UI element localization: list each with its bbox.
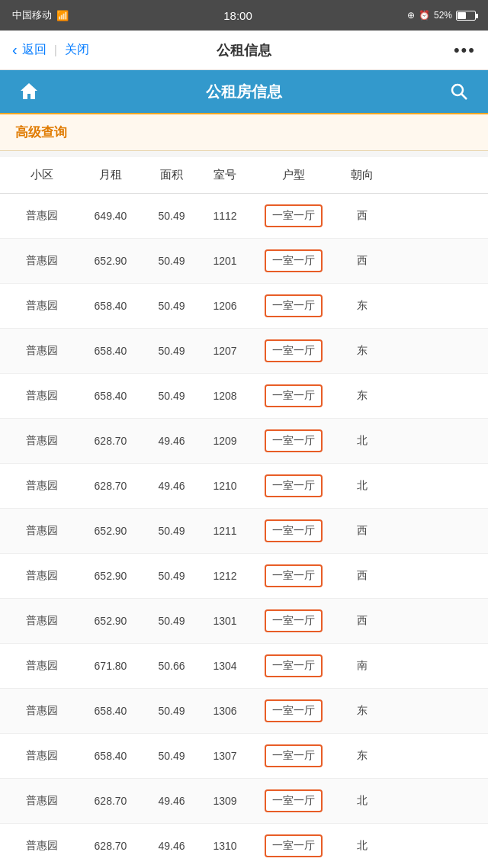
table-cell[interactable]: 一室一厅 [252, 294, 336, 317]
wifi-icon: 📶 [56, 10, 69, 21]
table-cell: 西 [336, 249, 389, 272]
table-cell[interactable]: 一室一厅 [252, 699, 336, 722]
table-cell[interactable]: 一室一厅 [252, 519, 336, 542]
table-row[interactable]: 普惠园658.4050.491206一室一厅东 [0, 284, 488, 329]
table-row[interactable]: 普惠园652.9050.491211一室一厅西 [0, 509, 488, 554]
location-icon: ⊕ [407, 10, 415, 21]
home-icon [18, 81, 40, 102]
table-cell: 北 [336, 474, 389, 497]
status-right: ⊕ ⏰ 52% [407, 10, 476, 21]
table-cell: 49.46 [145, 834, 198, 857]
table-header: 小区月租面积室号户型朝向 [0, 157, 488, 194]
table-row[interactable]: 普惠园671.8050.661304一室一厅南 [0, 644, 488, 689]
table-cell: 东 [336, 699, 389, 722]
table-cell: 628.70 [76, 474, 145, 497]
table-cell: 普惠园 [8, 204, 76, 227]
header-cell: 室号 [198, 168, 252, 182]
table-cell: 50.66 [145, 654, 198, 677]
table-cell[interactable]: 一室一厅 [252, 744, 336, 767]
table-cell: 普惠园 [8, 519, 76, 542]
table-cell: 北 [336, 789, 389, 812]
table-cell[interactable]: 一室一厅 [252, 474, 336, 497]
table-cell: 50.49 [145, 294, 198, 317]
table-row[interactable]: 普惠园658.4050.491307一室一厅东 [0, 734, 488, 779]
search-icon [449, 82, 469, 101]
table-cell[interactable]: 一室一厅 [252, 384, 336, 407]
close-label[interactable]: 关闭 [65, 42, 89, 58]
search-button[interactable] [445, 78, 473, 105]
table-cell: 西 [336, 609, 389, 632]
more-button[interactable]: ••• [454, 40, 476, 60]
alarm-icon: ⏰ [419, 10, 430, 21]
back-chevron-icon: ‹ [12, 41, 18, 59]
table-cell: 658.40 [76, 294, 145, 317]
table-cell: 50.49 [145, 519, 198, 542]
table-cell: 50.49 [145, 384, 198, 407]
nav-title: 公租信息 [217, 41, 271, 59]
table-cell[interactable]: 一室一厅 [252, 654, 336, 677]
sub-header-title: 公租房信息 [43, 82, 445, 102]
table-cell: 1301 [198, 609, 252, 632]
table-cell: 1201 [198, 249, 252, 272]
table-cell: 649.40 [76, 204, 145, 227]
sub-header: 公租房信息 [0, 70, 488, 113]
table-cell[interactable]: 一室一厅 [252, 609, 336, 632]
table-cell: 普惠园 [8, 249, 76, 272]
table-row[interactable]: 普惠园652.9050.491301一室一厅西 [0, 599, 488, 644]
back-label[interactable]: 返回 [22, 42, 47, 58]
table-cell: 1309 [198, 789, 252, 812]
table-cell: 658.40 [76, 744, 145, 767]
table-cell: 1209 [198, 429, 252, 452]
table-cell[interactable]: 一室一厅 [252, 834, 336, 857]
table-row[interactable]: 普惠园649.4050.491112一室一厅西 [0, 194, 488, 239]
svg-point-0 [452, 85, 463, 95]
table-cell: 652.90 [76, 519, 145, 542]
table-row[interactable]: 普惠园652.9050.491201一室一厅西 [0, 239, 488, 284]
table-cell: 1206 [198, 294, 252, 317]
table-cell: 普惠园 [8, 294, 76, 317]
table-cell: 西 [336, 519, 389, 542]
table-cell: 北 [336, 429, 389, 452]
table-cell: 1310 [198, 834, 252, 857]
table-cell: 普惠园 [8, 474, 76, 497]
table-cell[interactable]: 一室一厅 [252, 204, 336, 227]
table-cell: 普惠园 [8, 429, 76, 452]
header-cell: 户型 [252, 168, 336, 182]
header-cell: 朝向 [336, 168, 389, 182]
carrier-label: 中国移动 [12, 8, 52, 22]
table-cell: 671.80 [76, 654, 145, 677]
table-cell: 1212 [198, 564, 252, 587]
table-cell: 东 [336, 294, 389, 317]
table-row[interactable]: 普惠园658.4050.491207一室一厅东 [0, 329, 488, 374]
status-bar: 中国移动 📶 18:00 ⊕ ⏰ 52% [0, 0, 488, 31]
table-cell: 658.40 [76, 384, 145, 407]
advanced-search-banner[interactable]: 高级查询 [0, 113, 488, 151]
nav-left[interactable]: ‹ 返回 | 关闭 [12, 41, 89, 59]
advanced-search-label: 高级查询 [15, 125, 67, 140]
data-table: 小区月租面积室号户型朝向 普惠园649.4050.491112一室一厅西普惠园6… [0, 157, 488, 868]
table-cell[interactable]: 一室一厅 [252, 789, 336, 812]
table-cell: 普惠园 [8, 564, 76, 587]
table-row[interactable]: 普惠园628.7049.461309一室一厅北 [0, 779, 488, 824]
battery-icon [456, 11, 476, 21]
table-cell: 普惠园 [8, 699, 76, 722]
table-row[interactable]: 普惠园628.7049.461310一室一厅北 [0, 824, 488, 868]
table-row[interactable]: 普惠园652.9050.491212一室一厅西 [0, 554, 488, 599]
table-cell: 西 [336, 564, 389, 587]
table-row[interactable]: 普惠园628.7049.461209一室一厅北 [0, 419, 488, 464]
table-cell[interactable]: 一室一厅 [252, 429, 336, 452]
table-cell: 49.46 [145, 429, 198, 452]
table-cell: 南 [336, 654, 389, 677]
table-row[interactable]: 普惠园658.4050.491208一室一厅东 [0, 374, 488, 419]
home-button[interactable] [15, 78, 43, 105]
table-row[interactable]: 普惠园658.4050.491306一室一厅东 [0, 689, 488, 734]
table-cell[interactable]: 一室一厅 [252, 339, 336, 362]
table-cell[interactable]: 一室一厅 [252, 564, 336, 587]
table-cell: 东 [336, 384, 389, 407]
table-row[interactable]: 普惠园628.7049.461210一室一厅北 [0, 464, 488, 509]
table-cell[interactable]: 一室一厅 [252, 249, 336, 272]
table-cell: 普惠园 [8, 654, 76, 677]
header-cell: 面积 [145, 168, 198, 182]
header-cell: 月租 [76, 168, 145, 182]
table-cell: 1210 [198, 474, 252, 497]
